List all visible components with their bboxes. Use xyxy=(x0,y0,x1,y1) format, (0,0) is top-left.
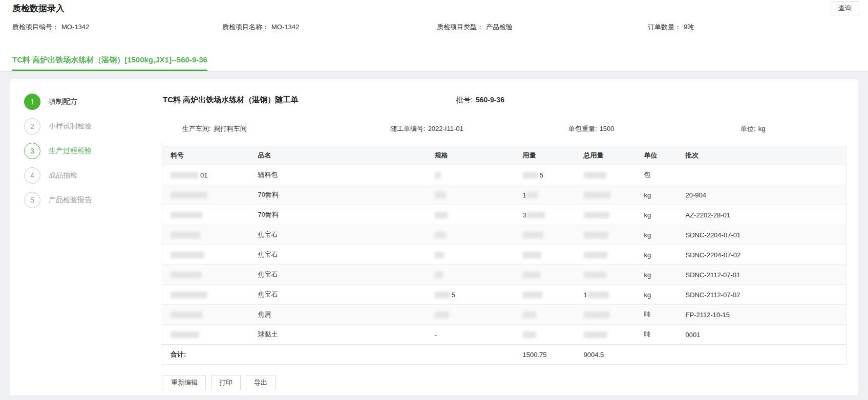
redacted-blob xyxy=(584,272,606,278)
field-label: 单位: xyxy=(740,125,756,132)
step-sample-trial-inspection[interactable]: 2 小样试制检验 xyxy=(24,118,92,135)
total-qty-cell xyxy=(576,205,636,225)
product-name-cell: 球黏土 xyxy=(250,325,427,345)
qty-cell: 1 xyxy=(515,185,576,205)
step-number-badge: 3 xyxy=(24,143,40,159)
spec-cell: 5 xyxy=(427,285,515,305)
batch-cell: FP-2112-10-15 xyxy=(678,305,846,325)
redacted-blob xyxy=(171,292,207,298)
field-label: 生产车间: xyxy=(182,125,211,132)
unit-cell: kg xyxy=(636,245,678,265)
redacted-blob xyxy=(171,252,204,258)
re-edit-button[interactable]: 重新编辑 xyxy=(163,375,206,390)
col-total-qty: 总用量 xyxy=(576,146,636,165)
info-value: MO-1342 xyxy=(61,23,89,31)
info-project-name: 质检项目名称：MO-1342 xyxy=(222,23,299,32)
redacted-blob xyxy=(171,232,200,238)
info-value: 9吨 xyxy=(684,23,694,31)
step-label: 产品检验报告 xyxy=(49,195,92,205)
export-button[interactable]: 导出 xyxy=(246,375,276,390)
step-product-inspection-report[interactable]: 5 产品检验报告 xyxy=(24,192,92,208)
unit-cell: kg xyxy=(636,225,678,245)
col-product-name: 品名 xyxy=(250,146,427,165)
batch-cell: SDNC-2112-07-02 xyxy=(678,285,846,305)
redacted-blob xyxy=(435,292,450,298)
table-row: 01辅料包5包 xyxy=(162,165,846,185)
material-no-cell xyxy=(162,265,250,285)
total-qty-cell xyxy=(576,185,636,205)
info-label: 质检项目类型： xyxy=(437,23,483,31)
col-spec: 规格 xyxy=(427,146,515,165)
spec-cell xyxy=(427,205,515,225)
totals-empty-cell xyxy=(250,345,427,365)
totals-qty: 1500.75 xyxy=(515,345,576,365)
qty-cell xyxy=(515,325,576,345)
redacted-blob xyxy=(523,292,542,298)
spec-cell xyxy=(427,245,515,265)
material-no-cell xyxy=(162,225,250,245)
batch-number: 批号:560-9-36 xyxy=(456,96,504,105)
step-finished-product-sampling[interactable]: 4 成品抽检 xyxy=(24,167,77,184)
step-fill-recipe[interactable]: 1 填制配方 xyxy=(24,94,77,110)
redacted-blob xyxy=(435,252,444,258)
redacted-blob xyxy=(523,331,536,338)
redacted-blob xyxy=(171,331,199,338)
col-unit: 单位 xyxy=(636,146,678,165)
materials-table-footer: 合计: 1500.75 9004.5 xyxy=(162,345,846,365)
top-bar: 质检数据录入 查询 质检项目编号：MO-1342 质检项目名称：MO-1342 … xyxy=(0,0,868,72)
info-label: 质检项目编号： xyxy=(12,23,59,31)
field-value: 1500 xyxy=(600,125,615,132)
field-label: 随工单编号: xyxy=(390,125,426,132)
tab-workorder[interactable]: TC料 高炉出铁场水练材（湛钢）[1500kg,JX1]--560-9-36 xyxy=(12,55,207,71)
totals-row: 合计: 1500.75 9004.5 xyxy=(162,345,846,365)
info-label: 订单数量： xyxy=(648,23,681,31)
qty-cell xyxy=(515,225,576,245)
batch-cell: SDNC-2204-07-02 xyxy=(678,245,846,265)
table-row: 焦屑吨FP-2112-10-15 xyxy=(162,305,846,325)
project-info-row: 质检项目编号：MO-1342 质检项目名称：MO-1342 质检项目类型：产品检… xyxy=(0,23,868,33)
unit-cell: kg xyxy=(636,205,678,225)
redacted-blob xyxy=(523,232,543,238)
redacted-blob xyxy=(526,192,538,198)
step-connector xyxy=(32,137,32,141)
redacted-blob xyxy=(584,312,609,318)
step-connector xyxy=(32,112,32,116)
table-row: 焦宝石51kgSDNC-2112-07-02 xyxy=(162,285,846,305)
redacted-blob xyxy=(584,252,607,258)
info-project-code: 质检项目编号：MO-1342 xyxy=(12,23,89,32)
redacted-blob xyxy=(435,172,441,179)
batch-cell: SDNC-2112-07-01 xyxy=(678,265,846,285)
product-name-cell: 焦宝石 xyxy=(250,265,427,285)
product-name-cell: 70骨料 xyxy=(250,205,427,225)
field-package-weight: 单包重量:1500 xyxy=(568,124,615,134)
unit-cell: 包 xyxy=(636,165,678,185)
spec-cell xyxy=(427,185,515,205)
redacted-blob xyxy=(435,272,443,278)
materials-table-header: 料号 品名 规格 用量 总用量 单位 批次 xyxy=(162,146,846,165)
page-title: 质检数据录入 xyxy=(12,3,65,14)
redacted-blob xyxy=(523,252,541,258)
step-production-process-inspection[interactable]: 3 生产过程检验 xyxy=(24,143,92,159)
totals-total-qty: 9004.5 xyxy=(576,345,636,365)
print-button[interactable]: 打印 xyxy=(211,375,241,390)
info-value: 产品检验 xyxy=(486,23,513,31)
table-row: 70骨料3kgAZ-2202-28-01 xyxy=(162,205,846,225)
materials-table-body: 01辅料包5包70骨料1kg20-90470骨料3kgAZ-2202-28-01… xyxy=(162,165,846,345)
field-value: kg xyxy=(758,125,766,132)
totals-empty-cell xyxy=(427,345,515,365)
batch-cell: 0001 xyxy=(678,325,846,345)
redacted-blob xyxy=(523,312,536,318)
redacted-blob xyxy=(523,272,540,278)
spec-cell xyxy=(427,265,515,285)
query-button[interactable]: 查询 xyxy=(831,1,859,15)
total-qty-cell xyxy=(576,325,636,345)
batch-cell: AZ-2202-28-01 xyxy=(678,205,846,225)
product-name-cell: 辅料包 xyxy=(250,165,427,185)
product-name-cell: 焦宝石 xyxy=(250,285,427,305)
materials-table: 料号 品名 规格 用量 总用量 单位 批次 01辅料包5包70骨料1kg20-9… xyxy=(162,146,846,365)
redacted-blob xyxy=(523,172,538,179)
workorder-title: TC料 高炉出铁场水练材（湛钢）随工单 xyxy=(163,95,298,105)
batch-value: 560-9-36 xyxy=(476,96,504,104)
product-name-cell: 70骨料 xyxy=(250,185,427,205)
totals-empty-cell xyxy=(678,345,846,365)
